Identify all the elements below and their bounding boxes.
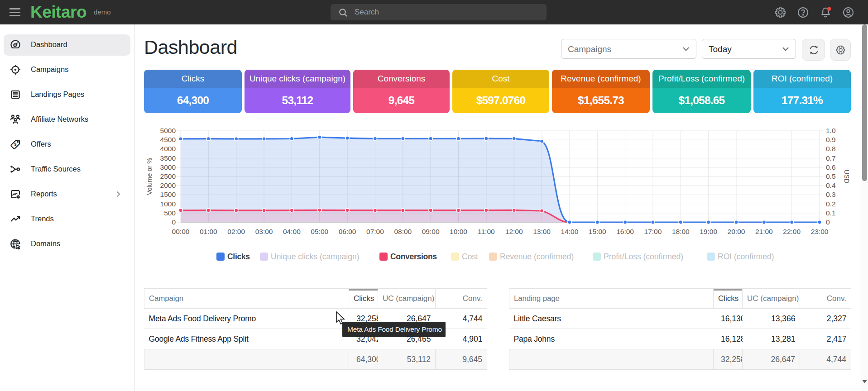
svg-text:20:00: 20:00: [728, 228, 745, 235]
svg-text:4000: 4000: [160, 145, 176, 153]
svg-text:16:00: 16:00: [616, 228, 634, 235]
svg-text:0.7: 0.7: [826, 154, 836, 162]
svg-text:0.5: 0.5: [826, 172, 836, 180]
svg-text:04:00: 04:00: [283, 228, 301, 235]
svg-text:0.2: 0.2: [826, 200, 836, 208]
svg-text:00:00: 00:00: [172, 228, 190, 235]
svg-text:02:00: 02:00: [227, 228, 245, 235]
svg-text:500: 500: [164, 209, 176, 217]
svg-text:23:00: 23:00: [811, 228, 829, 235]
svg-text:0.6: 0.6: [826, 163, 836, 171]
svg-text:01:00: 01:00: [200, 228, 217, 235]
svg-text:12:00: 12:00: [505, 228, 523, 235]
svg-text:05:00: 05:00: [311, 228, 328, 235]
svg-text:0.3: 0.3: [826, 191, 836, 198]
svg-text:11:00: 11:00: [478, 228, 495, 235]
svg-text:15:00: 15:00: [589, 228, 606, 235]
svg-text:03:00: 03:00: [255, 228, 273, 235]
svg-text:07:00: 07:00: [366, 228, 384, 235]
svg-text:09:00: 09:00: [422, 228, 440, 235]
svg-text:18:00: 18:00: [672, 228, 690, 235]
svg-text:5000: 5000: [160, 127, 176, 134]
svg-text:4500: 4500: [160, 136, 176, 143]
svg-text:Volume or %: Volume or %: [146, 158, 153, 195]
svg-text:0.8: 0.8: [826, 145, 836, 153]
svg-text:0: 0: [172, 218, 176, 226]
svg-text:10:00: 10:00: [450, 228, 467, 235]
svg-text:1.0: 1.0: [826, 127, 836, 134]
svg-text:19:00: 19:00: [700, 228, 717, 235]
svg-text:0.9: 0.9: [826, 136, 836, 143]
svg-text:08:00: 08:00: [394, 228, 412, 235]
svg-text:0: 0: [826, 218, 830, 226]
svg-text:0.1: 0.1: [826, 209, 836, 217]
svg-text:22:00: 22:00: [783, 228, 801, 235]
svg-text:USD: USD: [843, 170, 850, 184]
svg-text:17:00: 17:00: [644, 228, 662, 235]
svg-text:21:00: 21:00: [755, 228, 773, 235]
svg-text:1000: 1000: [160, 200, 176, 208]
svg-text:14:00: 14:00: [561, 228, 579, 235]
svg-text:3500: 3500: [160, 154, 176, 162]
svg-text:2000: 2000: [160, 181, 176, 189]
svg-text:0.4: 0.4: [826, 181, 836, 189]
svg-text:2500: 2500: [160, 172, 176, 180]
svg-text:06:00: 06:00: [339, 228, 356, 235]
svg-text:13:00: 13:00: [533, 228, 551, 235]
svg-text:3000: 3000: [160, 163, 176, 171]
svg-text:1500: 1500: [160, 191, 176, 198]
svg-text:$: $: [14, 142, 17, 147]
